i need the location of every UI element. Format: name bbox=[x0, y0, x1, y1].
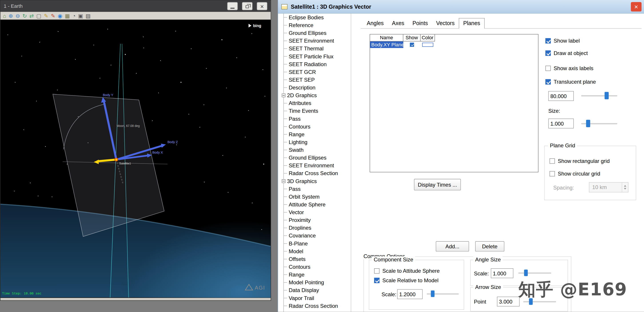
display-times-button[interactable]: Display Times ... bbox=[414, 179, 461, 190]
select-region-icon[interactable]: ▢ bbox=[36, 13, 42, 18]
draw-at-object-checkbox[interactable]: Draw at object bbox=[545, 50, 588, 56]
tree-item[interactable]: Orbit System bbox=[278, 193, 351, 201]
tree-item[interactable]: Swath bbox=[278, 146, 351, 154]
tree-item[interactable]: Droplines bbox=[278, 224, 351, 232]
tree-item[interactable]: SEET Environment bbox=[278, 37, 351, 45]
tree-item[interactable]: Covariance bbox=[278, 232, 351, 240]
tree-item[interactable]: SEET Thermal bbox=[278, 45, 351, 53]
arrow-point-input[interactable] bbox=[497, 297, 520, 307]
slider-handle[interactable] bbox=[586, 120, 590, 127]
tree-item[interactable]: Attributes bbox=[278, 99, 351, 107]
tree-item[interactable]: Vector bbox=[278, 208, 351, 216]
slider-handle[interactable] bbox=[524, 270, 528, 276]
pencil-edit-icon[interactable]: ✎ bbox=[44, 13, 48, 18]
tab[interactable]: Points bbox=[408, 18, 432, 28]
tree-item[interactable]: Description bbox=[278, 84, 351, 91]
tree-item[interactable]: Lighting bbox=[278, 138, 351, 146]
tab[interactable]: Vectors bbox=[432, 18, 459, 28]
slider-handle[interactable] bbox=[605, 92, 609, 99]
tree-item[interactable]: Model Pointing bbox=[278, 279, 351, 286]
tree-item[interactable]: B-Plane bbox=[278, 240, 351, 247]
tree-item[interactable]: SEET Radiation bbox=[278, 60, 351, 68]
tree-item[interactable]: Eclipse Bodies bbox=[278, 13, 351, 21]
tree-item[interactable]: Pass bbox=[278, 115, 351, 123]
tab[interactable]: Planes bbox=[459, 18, 485, 29]
tree-item[interactable]: Data Display bbox=[278, 286, 351, 294]
table-row[interactable]: Body.XY Plane bbox=[370, 41, 538, 48]
tree-item[interactable]: Constraints bbox=[278, 310, 351, 312]
row-show-checkbox[interactable] bbox=[410, 43, 414, 47]
tree-item[interactable]: Model bbox=[278, 247, 351, 255]
translucency-slider[interactable] bbox=[581, 91, 617, 100]
tree-item[interactable]: 2D Graphics bbox=[278, 91, 351, 99]
show-axis-labels-checkbox[interactable]: Show axis labels bbox=[545, 65, 593, 71]
pan-view-icon[interactable]: ⇄ bbox=[29, 13, 34, 18]
tree-item[interactable]: 3D Graphics bbox=[278, 177, 351, 185]
angle-scale-input[interactable] bbox=[491, 268, 514, 278]
tree-item[interactable]: Ground Ellipses bbox=[278, 29, 351, 37]
plane-show-cell[interactable] bbox=[404, 41, 421, 48]
scale-to-attitude-checkbox[interactable]: Scale to Attitude Sphere bbox=[374, 268, 440, 274]
tree-item[interactable]: Proximity bbox=[278, 216, 351, 224]
delete-button[interactable]: Delete bbox=[475, 241, 504, 251]
tree-item[interactable]: Offsets bbox=[278, 255, 351, 263]
collapse-icon[interactable] bbox=[282, 94, 286, 97]
clock-icon[interactable]: ◔ bbox=[72, 13, 76, 18]
component-scale-slider[interactable] bbox=[427, 290, 459, 299]
tree-item[interactable]: Range bbox=[278, 130, 351, 138]
plane-color-cell[interactable] bbox=[420, 41, 435, 48]
plane-name-cell[interactable]: Body.XY Plane bbox=[370, 41, 404, 48]
3d-viewport[interactable]: Body Y Body Z Body X Moon, 67.08 deg Sat… bbox=[0, 20, 271, 298]
restore-button[interactable] bbox=[242, 2, 252, 10]
collapse-icon[interactable] bbox=[282, 179, 286, 183]
scale-relative-checkbox[interactable]: Scale Relative to Model bbox=[374, 277, 438, 284]
tree-item[interactable]: Pass bbox=[278, 185, 351, 193]
tree-item[interactable]: Ground Ellipses bbox=[278, 154, 351, 162]
column-header-show[interactable]: Show bbox=[404, 34, 421, 41]
dialog-close-button[interactable]: × bbox=[631, 2, 642, 11]
translucency-input[interactable] bbox=[548, 91, 574, 101]
tree-item[interactable]: Radar Cross Section bbox=[278, 170, 351, 177]
tree-item[interactable]: Vapor Trail bbox=[278, 294, 351, 302]
translucent-plane-checkbox[interactable]: Translucent plane bbox=[545, 79, 596, 85]
show-rectangular-grid-checkbox[interactable]: Show rectangular grid bbox=[550, 158, 610, 164]
tree-item[interactable]: SEET Environment bbox=[278, 162, 351, 169]
minimize-button[interactable] bbox=[227, 2, 238, 10]
show-circular-grid-checkbox[interactable]: Show circular grid bbox=[550, 171, 600, 177]
tab[interactable]: Axes bbox=[388, 18, 408, 28]
grid-icon[interactable]: ▦ bbox=[65, 13, 70, 18]
slider-handle[interactable] bbox=[431, 291, 434, 297]
camera-icon[interactable]: ▣ bbox=[78, 13, 83, 18]
size-slider[interactable] bbox=[581, 119, 617, 128]
zoom-out-icon[interactable]: ⊖ bbox=[16, 13, 20, 18]
column-header-color[interactable]: Color bbox=[420, 34, 435, 41]
tree-item[interactable]: Range bbox=[278, 271, 351, 279]
zoom-in-icon[interactable]: ⊕ bbox=[9, 13, 13, 18]
dialog-titlebar[interactable]: Satellite1 : 3D Graphics Vector × bbox=[278, 0, 644, 13]
row-color-swatch[interactable] bbox=[422, 43, 434, 47]
tree-item[interactable]: Attitude Sphere bbox=[278, 201, 351, 208]
snapshot-icon[interactable]: ▨ bbox=[86, 13, 91, 18]
angle-scale-slider[interactable] bbox=[518, 269, 551, 278]
tab[interactable]: Angles bbox=[363, 18, 388, 28]
tree-item[interactable]: Radar Cross Section bbox=[278, 302, 351, 310]
globe-icon[interactable]: ◉ bbox=[58, 13, 62, 18]
earth-window-titlebar[interactable]: 1 - Earth × bbox=[0, 0, 271, 12]
tree-item[interactable]: SEET Particle Flux bbox=[278, 53, 351, 60]
rotate-view-icon[interactable]: ↻ bbox=[22, 13, 27, 18]
tree-item[interactable]: Contours bbox=[278, 263, 351, 271]
tree-item[interactable]: SEET GCR bbox=[278, 68, 351, 76]
tree-item[interactable]: Reference bbox=[278, 21, 351, 29]
show-label-checkbox[interactable]: Show label bbox=[545, 38, 580, 44]
add-button[interactable]: Add... bbox=[436, 241, 469, 251]
pencil-annotate-icon[interactable]: ✎ bbox=[51, 13, 55, 18]
view-home-icon[interactable]: ⌂ bbox=[3, 13, 6, 18]
planes-table[interactable]: Name Show Color Body.XY Plane bbox=[370, 34, 538, 172]
component-scale-input[interactable] bbox=[397, 289, 423, 299]
close-button[interactable]: × bbox=[257, 2, 268, 10]
tree-item[interactable]: SEET SEP bbox=[278, 76, 351, 84]
size-input[interactable] bbox=[548, 118, 574, 128]
tree-item[interactable]: Time Events bbox=[278, 107, 351, 115]
column-header-name[interactable]: Name bbox=[370, 34, 404, 41]
tree-item[interactable]: Contours bbox=[278, 123, 351, 130]
